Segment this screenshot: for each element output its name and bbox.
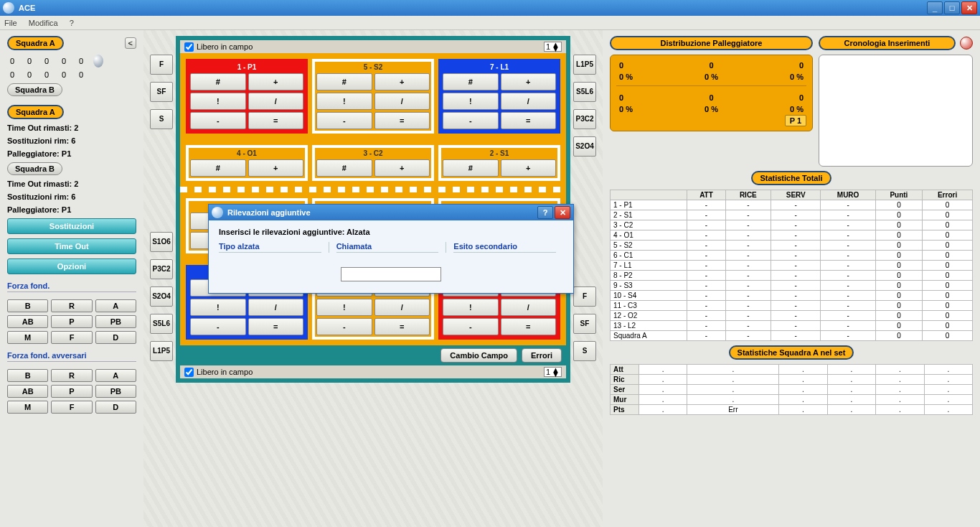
table-row[interactable]: 2 - S1----00 [611, 210, 973, 220]
side-btn-s[interactable]: S [150, 109, 173, 129]
side-btn-s5l6[interactable]: S5L6 [150, 314, 173, 334]
key-equal[interactable]: = [374, 112, 430, 129]
key-slash[interactable]: / [374, 93, 430, 110]
table-row[interactable]: 7 - L1----00 [611, 261, 973, 271]
key-bang[interactable]: ! [443, 299, 499, 316]
libero-stepper-bottom[interactable]: 1 ▲▼ [544, 367, 562, 377]
key-equal[interactable]: = [501, 318, 557, 335]
table-row[interactable]: 4 - O1----00 [611, 230, 973, 241]
forza-btn-p[interactable]: P [51, 385, 92, 398]
substitutions-button[interactable]: Sostituzioni [7, 218, 136, 234]
key-equal[interactable]: = [248, 112, 304, 129]
side-btn-f[interactable]: F [573, 286, 596, 307]
table-row[interactable]: 6 - C1----00 [611, 251, 973, 261]
key-slash[interactable]: / [501, 299, 557, 316]
side-btn-s5l6[interactable]: S5L6 [573, 82, 596, 102]
key-minus[interactable]: - [443, 318, 499, 335]
menu-file[interactable]: File [4, 19, 17, 27]
maximize-button[interactable]: □ [944, 1, 960, 14]
key-bang[interactable]: ! [316, 299, 372, 316]
key-equal[interactable]: = [248, 318, 304, 335]
side-btn-p3c2[interactable]: P3C2 [150, 259, 173, 279]
forza-btn-m[interactable]: M [7, 331, 48, 344]
key-plus[interactable]: + [501, 73, 557, 90]
forza-btn-f[interactable]: F [51, 331, 92, 344]
undo-icon[interactable] [960, 37, 973, 50]
key-hash[interactable]: # [190, 159, 246, 177]
side-btn-l1p5[interactable]: L1P5 [150, 341, 173, 361]
key-minus[interactable]: - [316, 112, 372, 129]
libero-checkbox-top[interactable] [184, 42, 194, 52]
key-slash[interactable]: / [501, 93, 557, 110]
key-bang[interactable]: ! [443, 93, 499, 110]
player-block[interactable]: 1 - P1#+!/-= [186, 59, 308, 134]
player-block[interactable]: 3 - C2#+ [312, 145, 434, 181]
forza-btn-b[interactable]: B [7, 299, 48, 312]
cambio-campo-button[interactable]: Cambio Campo [440, 348, 517, 363]
libero-checkbox-bottom[interactable] [184, 368, 194, 377]
table-row[interactable]: 1 - P1----00 [611, 200, 973, 210]
table-row[interactable]: 9 - S3----00 [611, 281, 973, 291]
side-btn-s[interactable]: S [573, 341, 596, 361]
side-btn-s2o4[interactable]: S2O4 [573, 136, 596, 157]
forza-btn-f[interactable]: F [51, 401, 92, 414]
side-btn-p3c2[interactable]: P3C2 [573, 109, 596, 129]
forza-btn-a[interactable]: A [95, 369, 136, 382]
key-hash[interactable]: # [443, 159, 499, 177]
key-bang[interactable]: ! [190, 93, 246, 110]
team-b-section[interactable]: Squadra B [7, 162, 62, 175]
back-button[interactable]: < [125, 37, 136, 49]
key-slash[interactable]: / [248, 299, 304, 316]
minimize-button[interactable]: _ [927, 1, 943, 14]
forza-btn-r[interactable]: R [51, 299, 92, 312]
forza-btn-a[interactable]: A [95, 299, 136, 312]
key-plus[interactable]: + [248, 159, 304, 177]
modal-help-button[interactable]: ? [537, 206, 553, 219]
table-row[interactable]: Squadra A----00 [611, 331, 973, 341]
key-hash[interactable]: # [443, 73, 499, 90]
key-minus[interactable]: - [190, 318, 246, 335]
key-equal[interactable]: = [374, 318, 430, 335]
table-row[interactable]: 5 - S2----00 [611, 241, 973, 251]
errori-button[interactable]: Errori [522, 348, 562, 363]
forza-btn-d[interactable]: D [95, 401, 136, 414]
side-btn-l1p5[interactable]: L1P5 [573, 55, 596, 75]
key-minus[interactable]: - [443, 112, 499, 129]
forza-btn-p[interactable]: P [51, 315, 92, 328]
table-row[interactable]: 8 - P2----00 [611, 271, 973, 281]
distribution-title[interactable]: Distribuzione Palleggiatore [610, 36, 813, 50]
team-a-badge[interactable]: Squadra A [7, 36, 64, 50]
forza-btn-b[interactable]: B [7, 369, 48, 382]
table-row[interactable]: 11 - C3----00 [611, 301, 973, 311]
forza-btn-pb[interactable]: PB [95, 385, 136, 398]
player-block[interactable]: 7 - L1#+!/-= [438, 59, 560, 134]
table-row[interactable]: 12 - O2----00 [611, 311, 973, 321]
close-button[interactable]: ✕ [961, 1, 977, 14]
side-btn-sf[interactable]: SF [573, 314, 596, 334]
setter-badge[interactable]: P 1 [785, 115, 806, 126]
forza-btn-ab[interactable]: AB [7, 315, 48, 328]
key-plus[interactable]: + [501, 159, 557, 177]
key-plus[interactable]: + [374, 159, 430, 177]
table-row[interactable]: 10 - S4----00 [611, 291, 973, 301]
key-minus[interactable]: - [316, 318, 372, 335]
forza-btn-pb[interactable]: PB [95, 315, 136, 328]
modal-input[interactable] [341, 267, 441, 281]
options-button[interactable]: Opzioni [7, 258, 136, 274]
table-row[interactable]: 3 - C2----00 [611, 220, 973, 230]
key-equal[interactable]: = [501, 112, 557, 129]
key-plus[interactable]: + [374, 73, 430, 90]
key-hash[interactable]: # [316, 73, 372, 90]
player-block[interactable]: 5 - S2#+!/-= [312, 59, 434, 134]
key-slash[interactable]: / [248, 93, 304, 110]
log-title[interactable]: Cronologia Inserimenti [819, 36, 956, 50]
forza-btn-ab[interactable]: AB [7, 385, 48, 398]
side-btn-s1o6[interactable]: S1O6 [150, 232, 173, 252]
side-btn-sf[interactable]: SF [150, 82, 173, 102]
menu-edit[interactable]: Modifica [29, 19, 58, 27]
timeout-button[interactable]: Time Out [7, 238, 136, 254]
key-minus[interactable]: - [190, 112, 246, 129]
key-hash[interactable]: # [190, 73, 246, 90]
forza-btn-r[interactable]: R [51, 369, 92, 382]
libero-stepper-top[interactable]: 1 ▲▼ [544, 42, 562, 52]
